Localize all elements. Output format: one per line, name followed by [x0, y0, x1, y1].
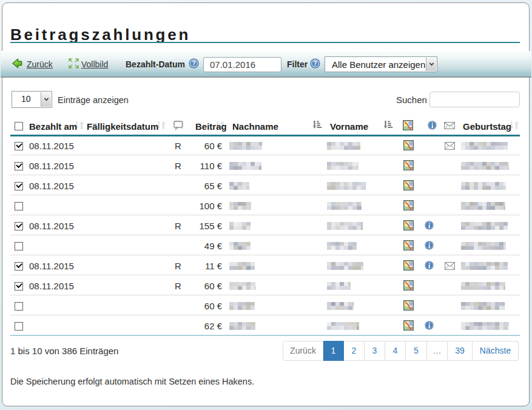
svg-text:?: ? — [192, 59, 195, 67]
svg-text:?: ? — [313, 59, 317, 67]
